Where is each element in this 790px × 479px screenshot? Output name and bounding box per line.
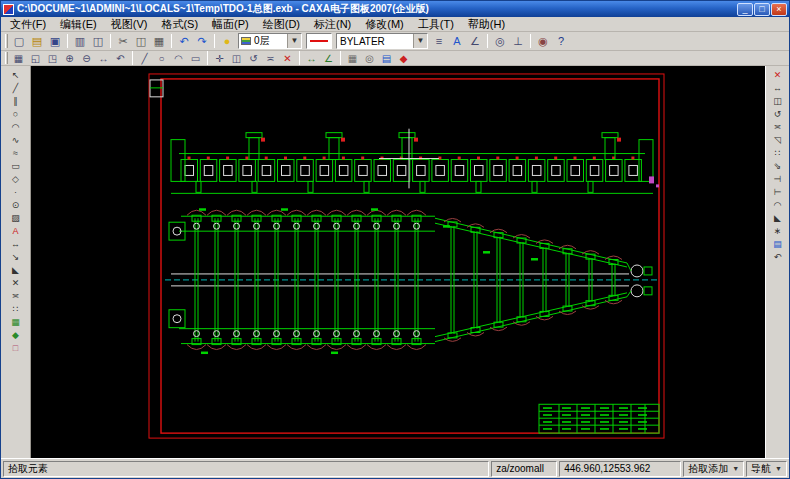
dimstyle-button[interactable]: ∠ [466, 33, 484, 49]
print-button[interactable]: ▥ [71, 33, 89, 49]
redraw-button[interactable]: ▦ [10, 52, 27, 65]
menu-modify[interactable]: 修改(M) [358, 16, 411, 33]
chevron-down-icon[interactable]: ▼ [413, 34, 427, 48]
redraw-bulb-button[interactable]: ● [218, 33, 236, 49]
point-snap-button[interactable]: ◎ [491, 33, 509, 49]
save-button[interactable]: ▣ [46, 33, 64, 49]
undo-button[interactable]: ↶ [175, 33, 193, 49]
properties-tool[interactable]: ▤ [769, 237, 787, 250]
prev-view-button[interactable]: ↶ [112, 52, 129, 65]
block-tool[interactable]: ▦ [5, 315, 27, 328]
chevron-down-icon[interactable]: ▼ [775, 465, 782, 472]
dim-linear-button[interactable]: ↔ [303, 52, 320, 65]
linetype-combo[interactable]: BYLATER ▼ [336, 33, 428, 49]
pan-button[interactable]: ↔ [95, 52, 112, 65]
move-tool[interactable]: ↔ [769, 81, 787, 94]
rect-tool[interactable]: ▭ [5, 159, 27, 172]
dim-tool[interactable]: ↔ [5, 237, 27, 250]
cad-drawing[interactable] [31, 66, 765, 458]
menu-dimension[interactable]: 标注(N) [307, 16, 358, 33]
maximize-button[interactable]: □ [754, 3, 770, 16]
toolbar-grip[interactable] [5, 34, 8, 48]
menu-edit[interactable]: 编辑(E) [53, 16, 104, 33]
undo2-tool[interactable]: ↶ [769, 250, 787, 263]
rotate-button[interactable]: ↺ [245, 52, 262, 65]
dim-angle-button[interactable]: ∠ [320, 52, 337, 65]
redo-button[interactable]: ↷ [193, 33, 211, 49]
menu-view[interactable]: 视图(V) [104, 16, 155, 33]
line-button[interactable]: ╱ [136, 52, 153, 65]
mirror-tool[interactable]: ≍ [5, 289, 27, 302]
menu-format[interactable]: 格式(S) [154, 16, 205, 33]
fillet-tool[interactable]: ◠ [769, 198, 787, 211]
snap-button[interactable]: ◎ [361, 52, 378, 65]
copy-tool[interactable]: ◫ [769, 94, 787, 107]
mirror2-tool[interactable]: ≍ [769, 120, 787, 133]
rotate-tool[interactable]: ↺ [769, 107, 787, 120]
zoom-out-button[interactable]: ⊖ [78, 52, 95, 65]
current-color-button[interactable] [306, 33, 332, 49]
menu-file[interactable]: 文件(F) [3, 16, 53, 33]
stretch-tool[interactable]: ⇘ [769, 159, 787, 172]
delete-tool[interactable]: ✕ [769, 68, 787, 81]
pick-mode-dropdown[interactable]: 拾取添加 ▼ [683, 461, 744, 477]
point-tool[interactable]: · [5, 185, 27, 198]
circle-tool[interactable]: ○ [5, 107, 27, 120]
grid-button[interactable]: ▦ [344, 52, 361, 65]
circle-button[interactable]: ○ [153, 52, 170, 65]
trim-tool[interactable]: ⊣ [769, 172, 787, 185]
arc-button[interactable]: ◠ [170, 52, 187, 65]
menu-help[interactable]: 帮助(H) [461, 16, 512, 33]
help-button[interactable]: ? [552, 33, 570, 49]
toolbar-grip[interactable] [5, 52, 8, 63]
layer-combo[interactable]: 0层 ▼ [238, 33, 302, 49]
move-button[interactable]: ✛ [211, 52, 228, 65]
scale-tool[interactable]: ◹ [769, 133, 787, 146]
new-button[interactable]: ▢ [10, 33, 28, 49]
parallel-tool[interactable]: ∥ [5, 94, 27, 107]
spline-tool[interactable]: ∿ [5, 133, 27, 146]
settings-button[interactable]: ▤ [378, 52, 395, 65]
explode-tool[interactable]: ∗ [769, 224, 787, 237]
chevron-down-icon[interactable]: ▼ [732, 465, 739, 472]
chevron-down-icon[interactable]: ▼ [287, 34, 301, 48]
about-button[interactable]: ◆ [395, 52, 412, 65]
close-button[interactable]: × [771, 3, 787, 16]
linewidth-button[interactable]: ≡ [430, 33, 448, 49]
nav-mode-dropdown[interactable]: 导航 ▼ [746, 461, 787, 477]
chamfer2-tool[interactable]: ◣ [769, 211, 787, 224]
menu-sheet[interactable]: 幅面(P) [205, 16, 256, 33]
mirror-button[interactable]: ≍ [262, 52, 279, 65]
array-tool[interactable]: ∷ [5, 302, 27, 315]
hatch-tool[interactable]: ▨ [5, 211, 27, 224]
break-tool[interactable]: ✕ [5, 276, 27, 289]
drawing-canvas[interactable] [31, 66, 765, 458]
minimize-button[interactable]: _ [737, 3, 753, 16]
zoom-all-button[interactable]: ◳ [44, 52, 61, 65]
copy-button[interactable]: ◫ [132, 33, 150, 49]
select-tool[interactable]: ↖ [5, 68, 27, 81]
text-tool[interactable]: A [5, 224, 27, 237]
menu-tools[interactable]: 工具(T) [411, 16, 461, 33]
cut-button[interactable]: ✂ [114, 33, 132, 49]
paste-button[interactable]: ▦ [150, 33, 168, 49]
zoom-window-button[interactable]: ◱ [27, 52, 44, 65]
menu-draw[interactable]: 绘图(D) [256, 16, 307, 33]
polygon-tool[interactable]: ◇ [5, 172, 27, 185]
textstyle-button[interactable]: A [448, 33, 466, 49]
copy2-button[interactable]: ◫ [228, 52, 245, 65]
ortho-button[interactable]: ⊥ [509, 33, 527, 49]
command-prompt[interactable]: 拾取元素 [3, 461, 489, 477]
polyline-tool[interactable]: ≈ [5, 146, 27, 159]
leader-tool[interactable]: ↘ [5, 250, 27, 263]
query-button[interactable]: ◉ [534, 33, 552, 49]
ellipse-tool[interactable]: ⊙ [5, 198, 27, 211]
print-preview-button[interactable]: ◫ [89, 33, 107, 49]
line-tool[interactable]: ╱ [5, 81, 27, 94]
arc-tool[interactable]: ◠ [5, 120, 27, 133]
chamfer-tool[interactable]: ◣ [5, 263, 27, 276]
library-tool[interactable]: ◆ [5, 328, 27, 341]
open-button[interactable]: ▤ [28, 33, 46, 49]
zoom-in-button[interactable]: ⊕ [61, 52, 78, 65]
eraser-tool[interactable]: □ [5, 341, 27, 354]
